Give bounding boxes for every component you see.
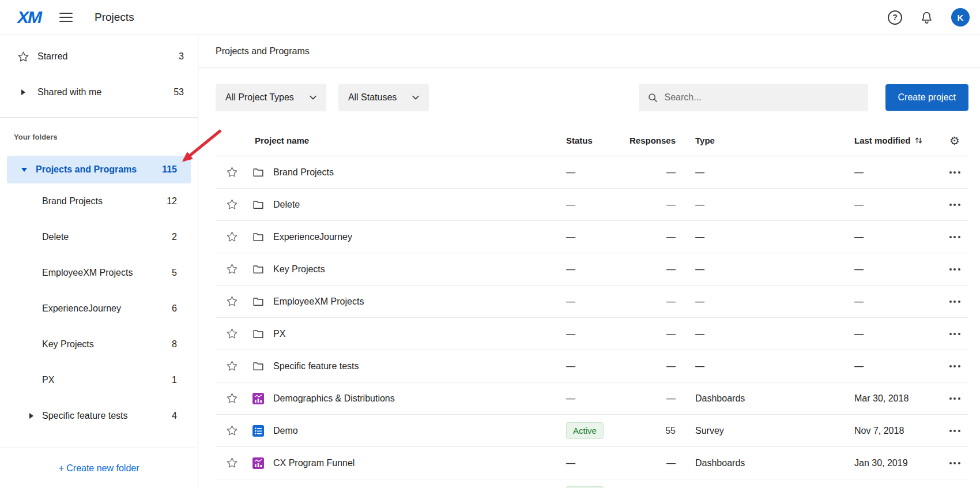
folder-count: 5 [172, 268, 177, 278]
sidebar-item-starred[interactable]: Starred 3 [0, 39, 198, 74]
modified-cell: — [847, 167, 941, 178]
row-actions-icon[interactable] [948, 168, 962, 177]
status-cell: — [559, 393, 628, 404]
folder-icon [252, 360, 265, 373]
column-status[interactable]: Status [559, 136, 628, 145]
sidebar-folder-item[interactable]: Delete 2 [0, 219, 198, 255]
caret-right-icon [29, 413, 33, 419]
responses-cell: — [628, 393, 681, 404]
sidebar-item-projects-and-programs[interactable]: Projects and Programs 115 [7, 156, 191, 183]
project-name[interactable]: Brand Projects [273, 167, 559, 178]
star-icon[interactable] [226, 295, 238, 307]
project-name[interactable]: EmployeeXM Projects [273, 296, 559, 307]
row-actions-icon[interactable] [948, 200, 962, 209]
sidebar-item-shared-with-me[interactable]: Shared with me 53 [0, 74, 198, 110]
folder-count: 2 [172, 232, 177, 242]
folder-label: Delete [42, 232, 69, 242]
topbar: XM Projects ? K [0, 0, 980, 35]
project-name[interactable]: ExperienceJourney [273, 232, 559, 242]
table-row: ExperienceJourney — — — — [216, 221, 968, 253]
status-cell: — [559, 232, 628, 242]
statuses-dropdown[interactable]: All Statuses [338, 84, 429, 111]
create-project-button[interactable]: Create project [885, 84, 969, 111]
responses-cell: — [628, 264, 681, 275]
avatar[interactable]: K [951, 8, 970, 27]
row-actions-icon[interactable] [948, 362, 962, 371]
create-new-folder-button[interactable]: + Create new folder [58, 463, 139, 474]
sidebar-folder-item[interactable]: Key Projects 8 [0, 326, 198, 362]
project-name[interactable]: Specific feature tests [273, 361, 559, 371]
projects-table: Project name Status Responses Type Last … [198, 125, 980, 488]
row-actions-icon[interactable] [948, 459, 962, 468]
column-last-modified-label: Last modified [854, 136, 911, 145]
sidebar-folder-item[interactable]: EmployeeXM Projects 5 [0, 255, 198, 291]
project-name[interactable]: CX Program Funnel [273, 458, 559, 468]
folder-icon [252, 328, 265, 340]
row-actions-icon[interactable] [948, 265, 962, 274]
your-folders-label: Your folders [14, 127, 198, 147]
chevron-down-icon [412, 95, 420, 100]
star-icon[interactable] [226, 263, 238, 275]
project-name[interactable]: Demo [273, 426, 559, 436]
responses-cell: 55 [628, 426, 681, 436]
responses-cell: — [628, 361, 681, 371]
status-cell: — [559, 167, 628, 178]
star-icon[interactable] [226, 392, 238, 404]
star-icon[interactable] [226, 328, 238, 340]
folder-count: 12 [167, 196, 177, 207]
topbar-title: Projects [95, 11, 134, 24]
status-cell: — [559, 329, 628, 339]
project-name[interactable]: PX [273, 329, 559, 339]
responses-cell: — [628, 232, 681, 242]
folder-icon [252, 295, 265, 308]
row-actions-icon[interactable] [948, 329, 962, 339]
column-responses[interactable]: Responses [628, 136, 681, 145]
row-actions-icon[interactable] [948, 232, 962, 242]
star-icon[interactable] [226, 425, 238, 437]
star-icon[interactable] [226, 231, 238, 243]
type-cell: — [681, 296, 847, 307]
create-folder-block: + Create new folder [0, 448, 198, 488]
sidebar-folder-item[interactable]: Brand Projects 12 [0, 183, 198, 219]
column-project-name[interactable]: Project name [248, 136, 559, 145]
folder-count: 115 [162, 164, 177, 175]
column-type[interactable]: Type [681, 136, 847, 145]
sidebar-folder-item[interactable]: PX 1 [0, 362, 198, 398]
project-name[interactable]: Demographics & Distributions [273, 393, 559, 404]
project-types-dropdown[interactable]: All Project Types [216, 84, 326, 111]
type-cell: Dashboards [681, 393, 847, 404]
responses-cell: — [628, 329, 681, 339]
sidebar-folder-item[interactable]: Specific feature tests 4 [0, 398, 198, 434]
modified-cell: — [847, 232, 941, 242]
sidebar-folder-item[interactable]: ExperienceJourney 6 [0, 291, 198, 326]
status-cell: — [559, 264, 628, 275]
status-cell: Active [559, 422, 628, 439]
type-cell: Survey [681, 426, 847, 436]
table-settings-gear-icon[interactable]: ⚙ [949, 135, 960, 147]
row-actions-icon[interactable] [948, 297, 962, 306]
star-icon[interactable] [226, 198, 238, 211]
star-icon[interactable] [226, 360, 238, 372]
menu-icon[interactable] [59, 13, 73, 22]
sidebar-item-label: Starred [37, 51, 67, 62]
column-last-modified[interactable]: Last modified [847, 136, 941, 145]
search-input[interactable] [665, 92, 860, 103]
row-actions-icon[interactable] [948, 394, 962, 403]
type-cell: — [681, 329, 847, 339]
chevron-down-icon [309, 95, 317, 100]
row-actions-icon[interactable] [948, 426, 962, 436]
folder-label: Brand Projects [42, 196, 103, 207]
notifications-bell-icon[interactable] [919, 10, 934, 25]
modified-cell: — [847, 200, 941, 210]
xm-logo[interactable]: XM [17, 7, 41, 27]
star-icon[interactable] [226, 166, 238, 178]
project-name[interactable]: Key Projects [273, 264, 559, 275]
table-row: EmployeeXM Projects — — — — [216, 286, 968, 318]
responses-cell: — [628, 296, 681, 307]
search-icon [647, 92, 658, 103]
help-icon[interactable]: ? [888, 10, 902, 25]
star-icon[interactable] [226, 457, 238, 469]
table-body: Brand Projects — — — — Delete — — — — [216, 156, 968, 479]
folder-icon [252, 231, 265, 243]
project-name[interactable]: Delete [273, 200, 559, 210]
